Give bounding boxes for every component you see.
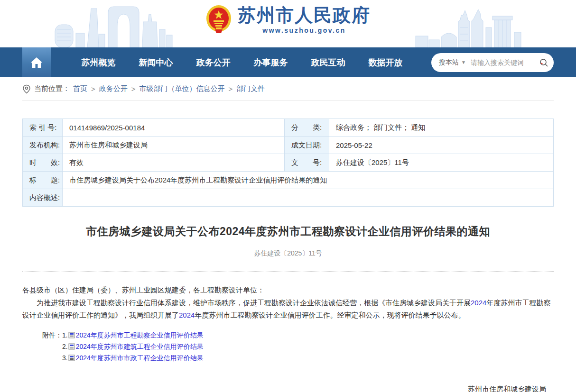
meta-date-label: 成文日期: xyxy=(285,137,329,154)
breadcrumb-item-gov-affairs[interactable]: 政务公开 xyxy=(99,84,128,93)
salutation: 各县级市（区）住建局（委）、苏州工业园区规建委，各工程勘察设计单位： xyxy=(22,284,554,296)
attachments-label: 附件： xyxy=(42,329,62,364)
nav-menu: 苏州概览 新闻中心 政务公开 办事服务 政民互动 数据开放 xyxy=(51,47,428,77)
search-scope-selector[interactable]: 搜本站 ▼ xyxy=(439,58,466,67)
site-brand[interactable]: 苏州市人民政府 www.suzhou.gov.cn xyxy=(0,5,576,34)
paragraph-segment-highlight: 2024 xyxy=(179,311,195,319)
page: 苏州市人民政府 www.suzhou.gov.cn 苏州概览 新闻中心 政务公开… xyxy=(0,0,576,392)
meta-category-value: 综合政务； 部门文件； 通知 xyxy=(329,119,554,137)
home-icon xyxy=(30,57,43,68)
main-nav: 苏州概览 新闻中心 政务公开 办事服务 政民互动 数据开放 搜本站 ▼ xyxy=(0,47,576,77)
attachment-number: 2. xyxy=(62,341,68,352)
site-url: www.suzhou.gov.cn xyxy=(238,27,371,34)
document-file-icon xyxy=(68,355,75,361)
attachment-link-municipal-results[interactable]: 2024年度苏州市市政工程企业信用评价结果 xyxy=(76,352,204,364)
signature-agency: 苏州市住房和城乡建设局 xyxy=(22,382,546,392)
document-meta-table: 索 引 号: 014149869/2025-00184 分 类: 综合政务； 部… xyxy=(22,119,554,207)
breadcrumb-separator: > xyxy=(131,85,136,93)
meta-summary-label: 内容概述: xyxy=(23,189,63,207)
site-header: 苏州市人民政府 www.suzhou.gov.cn xyxy=(0,0,576,47)
meta-title-label: 标 题: xyxy=(23,172,63,189)
meta-agency-label: 发布机构: xyxy=(23,137,63,154)
table-row: 内容概述: xyxy=(23,189,554,207)
nav-item-public-interaction[interactable]: 政民互动 xyxy=(311,57,345,68)
breadcrumb-item-home[interactable]: 首页 xyxy=(73,84,87,93)
breadcrumb-item-department-documents[interactable]: 部门文件 xyxy=(236,84,265,93)
search-icon xyxy=(539,58,548,67)
attachment-number: 1. xyxy=(62,329,68,341)
site-brand-text: 苏州市人民政府 www.suzhou.gov.cn xyxy=(238,5,371,34)
table-row: 索 引 号: 014149869/2025-00184 分 类: 综合政务； 部… xyxy=(23,119,554,137)
meta-date-value: 2025-05-22 xyxy=(329,137,554,154)
nav-home-tab[interactable] xyxy=(22,47,51,77)
list-item: 1. 2024年度苏州市工程勘察企业信用评价结果 xyxy=(62,329,204,341)
search-scope-label: 搜本站 xyxy=(439,58,459,67)
location-pin-icon xyxy=(22,84,31,94)
document-file-icon xyxy=(68,332,75,338)
site-search-box: 搜本站 ▼ xyxy=(431,53,554,72)
search-input[interactable] xyxy=(471,59,537,66)
document-body: 各县级市（区）住建局（委）、苏州工业园区规建委，各工程勘察设计单位： 为推进我市… xyxy=(22,284,554,392)
meta-validity-value: 有效 xyxy=(63,154,285,172)
meta-docnum-value: 苏住建设〔2025〕11号 xyxy=(329,154,554,172)
breadcrumb-label: 当前位置： xyxy=(34,84,70,93)
meta-agency-value: 苏州市住房和城乡建设局 xyxy=(63,137,285,154)
breadcrumb-bar: 当前位置： 首页 > 政务公开 > 市级部门（单位）信息公开 > 部门文件 xyxy=(0,77,576,101)
meta-title-value: 市住房城乡建设局关于公布2024年度苏州市工程勘察设计企业信用评价结果的通知 xyxy=(63,172,554,189)
paragraph-segment-highlight: 2024 xyxy=(471,299,486,307)
meta-index-value: 014149869/2025-00184 xyxy=(63,119,285,137)
body-paragraph: 为推进我市建设工程勘察设计行业信用体系建设，维护市场秩序，促进工程勘察设计企业依… xyxy=(22,297,554,321)
national-emblem-logo xyxy=(205,5,232,34)
document-file-icon xyxy=(68,343,75,350)
nav-item-open-data[interactable]: 数据开放 xyxy=(369,57,403,68)
breadcrumb-separator: > xyxy=(91,85,95,93)
breadcrumb: 当前位置： 首页 > 政务公开 > 市级部门（单位）信息公开 > 部门文件 xyxy=(22,77,554,101)
paragraph-segment: 年度苏州市工程勘察设计企业信用评价工作。经审定和公示，现将评价结果予以公布。 xyxy=(195,311,465,319)
list-item: 2. 2024年度苏州市建筑工程企业信用评价结果 xyxy=(62,341,204,352)
nav-item-government-affairs[interactable]: 政务公开 xyxy=(196,57,231,68)
meta-category-label: 分 类: xyxy=(285,119,329,137)
meta-validity-label: 时 效: xyxy=(23,154,63,172)
document-number: 苏住建设〔2025〕11号 xyxy=(22,249,554,258)
breadcrumb-separator: > xyxy=(229,85,233,93)
search-button[interactable] xyxy=(537,58,548,67)
list-item: 3. 2024年度苏州市市政工程企业信用评价结果 xyxy=(62,352,204,364)
attachments-section: 附件： 1. 2024年度苏州市工程勘察企业信用评价结果 2. xyxy=(22,329,554,364)
document-title: 市住房城乡建设局关于公布2024年度苏州市工程勘察设计企业信用评价结果的通知 xyxy=(22,224,554,239)
chevron-down-icon: ▼ xyxy=(461,60,466,65)
table-row: 时 效: 有效 文 号: 苏住建设〔2025〕11号 xyxy=(23,154,554,172)
breadcrumb-item-municipal-departments[interactable]: 市级部门（单位）信息公开 xyxy=(139,84,225,93)
main-content: 索 引 号: 014149869/2025-00184 分 类: 综合政务； 部… xyxy=(22,119,554,392)
attachment-link-construction-results[interactable]: 2024年度苏州市建筑工程企业信用评价结果 xyxy=(76,341,204,352)
meta-summary-value xyxy=(63,189,554,207)
table-row: 标 题: 市住房城乡建设局关于公布2024年度苏州市工程勘察设计企业信用评价结果… xyxy=(23,172,554,189)
nav-item-suzhou-overview[interactable]: 苏州概览 xyxy=(82,57,116,68)
nav-item-news-center[interactable]: 新闻中心 xyxy=(139,57,173,68)
meta-index-label: 索 引 号: xyxy=(23,119,63,137)
site-title: 苏州市人民政府 xyxy=(238,5,371,26)
attachment-link-survey-results[interactable]: 2024年度苏州市工程勘察企业信用评价结果 xyxy=(76,329,204,341)
attachments-list: 1. 2024年度苏州市工程勘察企业信用评价结果 2. 2024年度苏州市建筑工… xyxy=(62,329,204,364)
nav-item-services[interactable]: 办事服务 xyxy=(254,57,288,68)
signature-block: 苏州市住房和城乡建设局 2025年5月22日 xyxy=(22,382,554,392)
meta-docnum-label: 文 号: xyxy=(285,154,329,172)
divider xyxy=(22,271,554,272)
attachment-number: 3. xyxy=(62,352,68,364)
paragraph-segment: 为推进我市建设工程勘察设计行业信用体系建设，维护市场秩序，促进工程勘察设计企业依… xyxy=(37,299,471,307)
table-row: 发布机构: 苏州市住房和城乡建设局 成文日期: 2025-05-22 xyxy=(23,137,554,154)
